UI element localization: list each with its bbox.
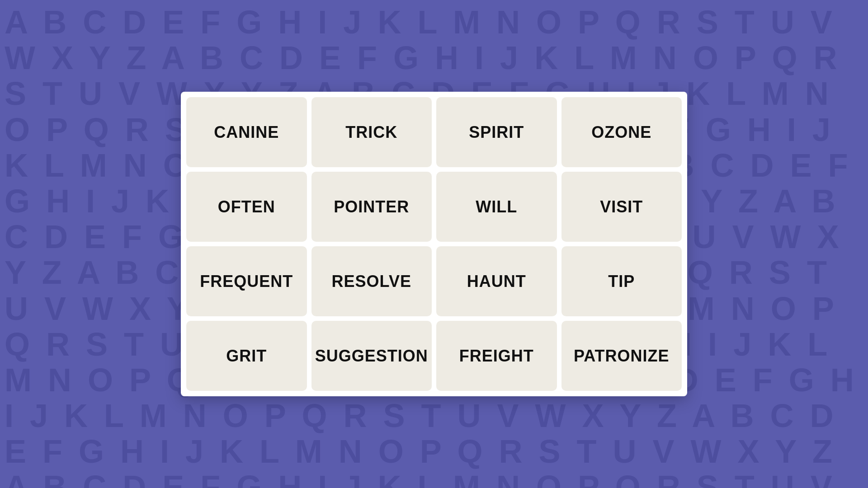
word-card-will[interactable]: WILL <box>436 172 557 242</box>
word-card-suggestion[interactable]: SUGGESTION <box>311 321 432 391</box>
word-card-often[interactable]: OFTEN <box>186 172 307 242</box>
word-card-pointer[interactable]: POINTER <box>311 172 432 242</box>
word-card-tip[interactable]: TIP <box>561 246 682 316</box>
word-card-freight[interactable]: FREIGHT <box>436 321 557 391</box>
word-card-frequent[interactable]: FREQUENT <box>186 246 307 316</box>
word-grid-panel: CANINETRICKSPIRITOZONEOFTENPOINTERWILLVI… <box>181 92 687 396</box>
word-grid: CANINETRICKSPIRITOZONEOFTENPOINTERWILLVI… <box>186 97 682 391</box>
word-card-resolve[interactable]: RESOLVE <box>311 246 432 316</box>
word-card-spirit[interactable]: SPIRIT <box>436 97 557 167</box>
word-card-visit[interactable]: VISIT <box>561 172 682 242</box>
word-card-patronize[interactable]: PATRONIZE <box>561 321 682 391</box>
word-card-grit[interactable]: GRIT <box>186 321 307 391</box>
word-card-canine[interactable]: CANINE <box>186 97 307 167</box>
word-card-trick[interactable]: TRICK <box>311 97 432 167</box>
word-card-haunt[interactable]: HAUNT <box>436 246 557 316</box>
word-card-ozone[interactable]: OZONE <box>561 97 682 167</box>
